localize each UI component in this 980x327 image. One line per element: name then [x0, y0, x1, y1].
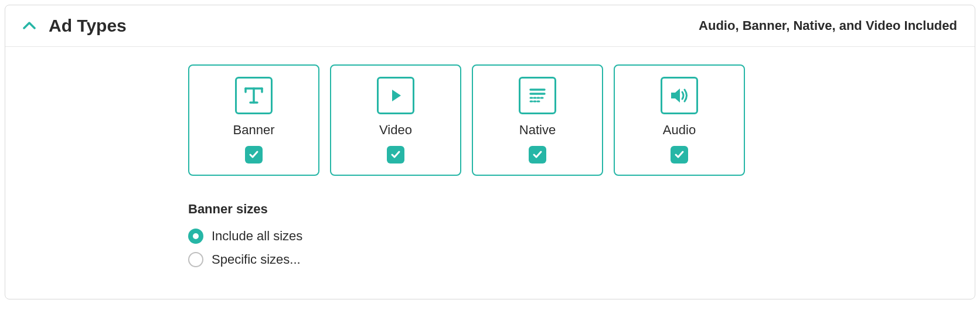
ad-type-card-video[interactable]: Video [330, 64, 461, 176]
audio-icon [661, 77, 698, 114]
card-checkbox[interactable] [387, 146, 404, 164]
check-icon [674, 149, 685, 160]
radio-button[interactable] [188, 229, 203, 244]
radio-include-all-sizes[interactable]: Include all sizes [188, 229, 957, 244]
banner-sizes-title: Banner sizes [188, 202, 957, 217]
svg-marker-10 [671, 88, 680, 103]
collapse-toggle[interactable] [23, 19, 36, 32]
radio-label: Include all sizes [212, 229, 302, 244]
banner-sizes-section: Banner sizes Include all sizes Specific … [188, 202, 957, 267]
card-checkbox[interactable] [245, 146, 263, 164]
radio-label: Specific sizes... [212, 252, 301, 267]
card-checkbox[interactable] [671, 146, 688, 164]
radio-button[interactable] [188, 252, 203, 267]
check-icon [390, 149, 401, 160]
panel-title: Ad Types [49, 16, 127, 36]
ad-types-panel: Ad Types Audio, Banner, Native, and Vide… [5, 5, 975, 299]
native-icon [519, 77, 556, 114]
play-icon [377, 77, 414, 114]
check-icon [249, 149, 259, 160]
panel-header: Ad Types Audio, Banner, Native, and Vide… [5, 5, 975, 47]
check-icon [532, 149, 543, 160]
card-checkbox[interactable] [529, 146, 546, 164]
ad-type-card-banner[interactable]: Banner [188, 64, 319, 176]
card-label: Audio [663, 122, 696, 138]
radio-specific-sizes[interactable]: Specific sizes... [188, 252, 957, 267]
panel-summary: Audio, Banner, Native, and Video Include… [699, 18, 957, 33]
panel-header-left: Ad Types [23, 16, 127, 36]
card-label: Banner [233, 122, 275, 138]
ad-type-card-native[interactable]: Native [472, 64, 603, 176]
card-label: Video [379, 122, 412, 138]
text-icon [235, 77, 273, 114]
ad-type-cards: Banner Video [188, 64, 957, 176]
ad-type-card-audio[interactable]: Audio [614, 64, 745, 176]
card-label: Native [519, 122, 556, 138]
panel-body: Banner Video [5, 47, 975, 299]
svg-marker-5 [392, 90, 401, 101]
chevron-up-icon [23, 22, 36, 30]
